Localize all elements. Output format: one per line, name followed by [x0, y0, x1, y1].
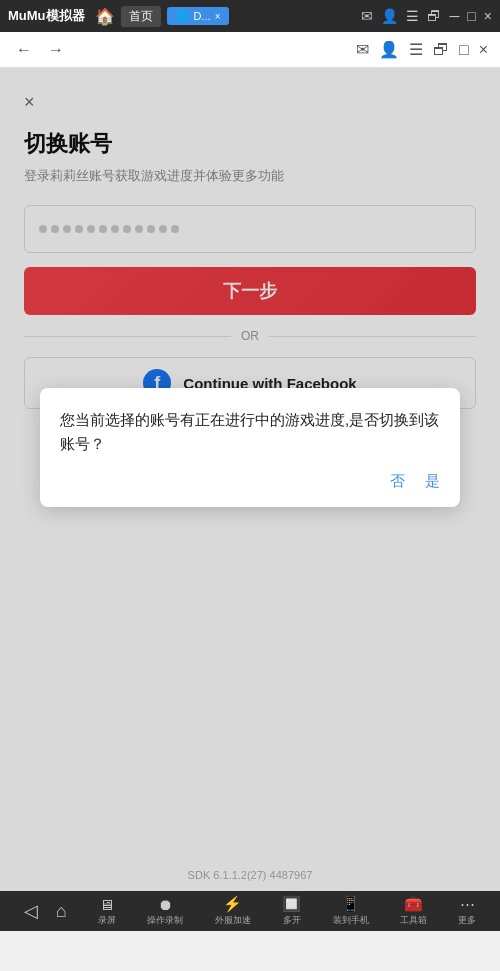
- nav-home-button[interactable]: ⌂: [56, 901, 67, 922]
- nav-icon-4[interactable]: 🗗: [433, 41, 449, 59]
- title-bar: MuMu模拟器 🏠 首页 🌐 D... × ✉ 👤 ☰ 🗗 ─ □ ×: [0, 0, 500, 32]
- user-icon[interactable]: 👤: [381, 8, 398, 24]
- accelerate-icon: ⚡: [223, 895, 242, 913]
- nav-icon-1[interactable]: ✉: [356, 40, 369, 59]
- dialog-buttons: 否 是: [60, 472, 440, 491]
- tab-label: D...: [194, 10, 211, 22]
- taskbar-item-multi[interactable]: 🔲 多开: [282, 895, 301, 927]
- nav-icon-2[interactable]: 👤: [379, 40, 399, 59]
- menu-icon[interactable]: ☰: [406, 8, 419, 24]
- install-label: 装到手机: [333, 914, 369, 927]
- dialog-no-button[interactable]: 否: [390, 472, 405, 491]
- back-button[interactable]: ←: [12, 39, 36, 61]
- forward-button[interactable]: →: [44, 39, 68, 61]
- mail-icon[interactable]: ✉: [361, 8, 373, 24]
- bottom-taskbar: ◁ ⌂ 🖥 录屏 ⏺ 操作录制 ⚡ 外服加速 🔲 多开 📱 装到手机 🧰 工具箱: [0, 891, 500, 931]
- multi-icon: 🔲: [282, 895, 301, 913]
- op-record-label: 操作录制: [147, 914, 183, 927]
- home-tab[interactable]: 首页: [121, 6, 161, 27]
- taskbar-item-accelerate[interactable]: ⚡ 外服加速: [215, 895, 251, 927]
- confirm-dialog: 您当前选择的账号有正在进行中的游戏进度,是否切换到该账号？ 否 是: [40, 388, 460, 507]
- browser-tab[interactable]: 🌐 D... ×: [167, 7, 229, 25]
- taskbar-item-install[interactable]: 📱 装到手机: [333, 895, 369, 927]
- more-icon: ⋯: [460, 895, 475, 913]
- close-window-icon[interactable]: ×: [484, 8, 492, 24]
- taskbar-item-more[interactable]: ⋯ 更多: [458, 895, 476, 927]
- restore-icon[interactable]: 🗗: [427, 8, 441, 24]
- nav-icon-5[interactable]: □: [459, 41, 469, 59]
- taskbar-item-screen-record[interactable]: 🖥 录屏: [98, 896, 116, 927]
- install-icon: 📱: [341, 895, 360, 913]
- screen-record-icon: 🖥: [99, 896, 114, 913]
- nav-back-button[interactable]: ◁: [24, 900, 38, 922]
- dialog-overlay: 您当前选择的账号有正在进行中的游戏进度,是否切换到该账号？ 否 是: [0, 68, 500, 931]
- bottom-nav: ◁ ⌂: [24, 900, 67, 922]
- app-logo: MuMu模拟器: [8, 7, 85, 25]
- multi-label: 多开: [283, 914, 301, 927]
- op-record-icon: ⏺: [158, 896, 173, 913]
- nav-bar: ← → ✉ 👤 ☰ 🗗 □ ×: [0, 32, 500, 68]
- maximize-icon[interactable]: □: [467, 8, 475, 24]
- toolbox-icon: 🧰: [404, 895, 423, 913]
- taskbar-item-op-record[interactable]: ⏺ 操作录制: [147, 896, 183, 927]
- tab-close-icon[interactable]: ×: [215, 11, 221, 22]
- more-label: 更多: [458, 914, 476, 927]
- window-controls: ✉ 👤 ☰ 🗗 ─ □ ×: [361, 8, 492, 24]
- main-content: × 切换账号 登录莉莉丝账号获取游戏进度并体验更多功能 下一步 OR f Con…: [0, 68, 500, 931]
- accelerate-label: 外服加速: [215, 914, 251, 927]
- screen-record-label: 录屏: [98, 914, 116, 927]
- nav-icon-3[interactable]: ☰: [409, 40, 423, 59]
- toolbox-label: 工具箱: [400, 914, 427, 927]
- taskbar-item-toolbox[interactable]: 🧰 工具箱: [400, 895, 427, 927]
- nav-icon-6[interactable]: ×: [479, 41, 488, 59]
- dialog-message: 您当前选择的账号有正在进行中的游戏进度,是否切换到该账号？: [60, 408, 440, 456]
- minimize-icon[interactable]: ─: [449, 8, 459, 24]
- dialog-yes-button[interactable]: 是: [425, 472, 440, 491]
